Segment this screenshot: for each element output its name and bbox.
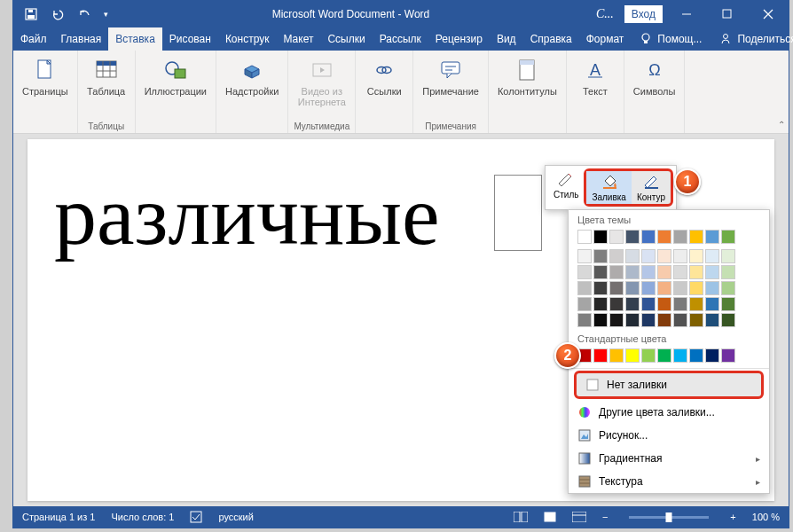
more-fill-colors-item[interactable]: Другие цвета заливки...: [569, 401, 769, 424]
gradient-fill-item[interactable]: Градиентная ▸: [569, 447, 769, 470]
color-swatch[interactable]: [721, 249, 735, 263]
tab-mailings[interactable]: Рассылк: [373, 27, 428, 51]
status-page[interactable]: Страница 1 из 1: [22, 512, 95, 522]
addins-button[interactable]: Надстройки: [222, 54, 282, 98]
color-swatch[interactable]: [721, 297, 735, 311]
color-swatch[interactable]: [689, 348, 703, 363]
color-swatch[interactable]: [689, 265, 703, 279]
save-icon[interactable]: [19, 3, 43, 26]
color-swatch[interactable]: [689, 297, 703, 311]
status-language[interactable]: русский: [218, 512, 253, 522]
color-swatch[interactable]: [625, 348, 640, 363]
comment-button[interactable]: Примечание: [419, 54, 483, 98]
undo-icon[interactable]: [45, 3, 70, 26]
share-button[interactable]: Поделиться: [711, 27, 793, 51]
tab-view[interactable]: Вид: [490, 27, 523, 51]
tab-home[interactable]: Главная: [54, 27, 109, 51]
redo-icon[interactable]: [72, 3, 97, 26]
style-button[interactable]: Стиль: [548, 168, 584, 207]
color-swatch[interactable]: [673, 313, 687, 327]
outline-button[interactable]: Контур: [632, 171, 671, 204]
color-swatch[interactable]: [657, 265, 671, 279]
minimize-button[interactable]: [666, 1, 707, 27]
view-read-icon[interactable]: [514, 512, 528, 522]
zoom-out-button[interactable]: −: [602, 512, 608, 522]
color-swatch[interactable]: [593, 230, 608, 244]
tab-layout[interactable]: Макет: [276, 27, 320, 51]
color-swatch[interactable]: [705, 348, 719, 363]
color-swatch[interactable]: [593, 281, 608, 295]
color-swatch[interactable]: [577, 230, 592, 244]
tab-references[interactable]: Ссылки: [320, 27, 372, 51]
color-swatch[interactable]: [657, 313, 671, 327]
no-fill-item[interactable]: Нет заливки: [574, 371, 764, 399]
color-swatch[interactable]: [721, 348, 735, 363]
color-swatch[interactable]: [657, 297, 671, 311]
status-word-count[interactable]: Число слов: 1: [111, 512, 174, 522]
color-swatch[interactable]: [609, 313, 624, 327]
color-swatch[interactable]: [625, 297, 640, 311]
color-swatch[interactable]: [609, 265, 624, 279]
color-swatch[interactable]: [641, 230, 656, 244]
symbols-button[interactable]: ΩСимволы: [630, 54, 679, 98]
collapse-ribbon-icon[interactable]: ⌃: [778, 120, 785, 129]
color-swatch[interactable]: [673, 348, 687, 363]
color-swatch[interactable]: [657, 281, 671, 295]
color-swatch[interactable]: [625, 281, 640, 295]
tab-insert[interactable]: Вставка: [108, 27, 162, 51]
status-spellcheck-icon[interactable]: [190, 511, 202, 523]
color-swatch[interactable]: [593, 249, 608, 263]
color-swatch[interactable]: [577, 313, 592, 327]
picture-fill-item[interactable]: Рисунок...: [569, 424, 769, 447]
color-swatch[interactable]: [705, 249, 719, 263]
login-button[interactable]: Вход: [624, 5, 663, 23]
color-swatch[interactable]: [673, 281, 687, 295]
fill-button[interactable]: Заливка: [586, 171, 632, 204]
color-swatch[interactable]: [657, 348, 671, 363]
color-swatch[interactable]: [593, 348, 608, 363]
color-swatch[interactable]: [593, 297, 608, 311]
color-swatch[interactable]: [657, 230, 671, 244]
color-swatch[interactable]: [641, 313, 656, 327]
headers-button[interactable]: Колонтитулы: [494, 54, 561, 98]
tab-design[interactable]: Конструк: [218, 27, 277, 51]
zoom-level[interactable]: 100 %: [752, 512, 780, 522]
color-swatch[interactable]: [641, 297, 656, 311]
color-swatch[interactable]: [721, 265, 735, 279]
color-swatch[interactable]: [705, 265, 719, 279]
tell-me[interactable]: Помощ...: [631, 27, 711, 51]
pages-button[interactable]: Страницы: [19, 54, 72, 98]
view-web-icon[interactable]: [572, 512, 586, 522]
color-swatch[interactable]: [673, 265, 687, 279]
color-swatch[interactable]: [641, 348, 656, 363]
color-swatch[interactable]: [721, 230, 735, 244]
maximize-button[interactable]: [707, 1, 748, 27]
color-swatch[interactable]: [689, 281, 703, 295]
color-swatch[interactable]: [577, 297, 592, 311]
zoom-in-button[interactable]: +: [730, 512, 735, 522]
tab-format[interactable]: Формат: [579, 27, 632, 51]
close-button[interactable]: [748, 1, 789, 27]
color-swatch[interactable]: [705, 297, 719, 311]
color-swatch[interactable]: [673, 297, 687, 311]
color-swatch[interactable]: [705, 281, 719, 295]
color-swatch[interactable]: [721, 313, 735, 327]
tab-file[interactable]: Файл: [13, 27, 54, 51]
color-swatch[interactable]: [577, 249, 592, 263]
color-swatch[interactable]: [609, 348, 624, 363]
qat-dropdown-icon[interactable]: ▾: [98, 3, 113, 26]
color-swatch[interactable]: [705, 313, 719, 327]
color-swatch[interactable]: [609, 230, 624, 244]
text-button[interactable]: AТекст: [572, 54, 618, 98]
color-swatch[interactable]: [673, 230, 687, 244]
color-swatch[interactable]: [609, 297, 624, 311]
color-swatch[interactable]: [625, 313, 640, 327]
color-swatch[interactable]: [705, 230, 719, 244]
color-swatch[interactable]: [641, 249, 656, 263]
color-swatch[interactable]: [577, 265, 592, 279]
color-swatch[interactable]: [721, 281, 735, 295]
tab-help[interactable]: Справка: [523, 27, 579, 51]
color-swatch[interactable]: [689, 249, 703, 263]
tab-review[interactable]: Рецензир: [428, 27, 490, 51]
texture-fill-item[interactable]: Текстура ▸: [569, 470, 769, 493]
